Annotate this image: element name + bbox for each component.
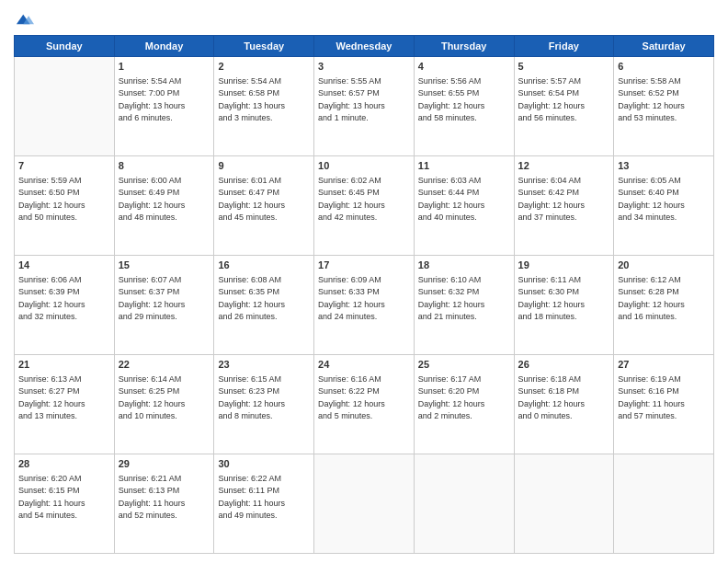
day-number: 15: [119, 259, 210, 273]
day-info: Sunrise: 6:14 AM Sunset: 6:25 PM Dayligh…: [119, 373, 210, 423]
day-number: 28: [18, 457, 110, 472]
day-number: 19: [518, 259, 610, 273]
day-info: Sunrise: 6:00 AM Sunset: 6:49 PM Dayligh…: [119, 175, 210, 224]
calendar-table: SundayMondayTuesdayWednesdayThursdayFrid…: [14, 35, 714, 554]
day-number: 26: [518, 358, 610, 373]
day-info: Sunrise: 6:20 AM Sunset: 6:15 PM Dayligh…: [18, 473, 110, 523]
day-number: 27: [618, 358, 710, 373]
day-number: 5: [518, 60, 610, 75]
day-number: 14: [18, 259, 110, 273]
calendar-cell: [15, 57, 115, 156]
calendar-cell: 13Sunrise: 6:05 AM Sunset: 6:40 PM Dayli…: [614, 156, 714, 256]
day-info: Sunrise: 6:12 AM Sunset: 6:28 PM Dayligh…: [618, 274, 710, 324]
weekday-header: Tuesday: [214, 36, 314, 57]
weekday-header: Wednesday: [314, 36, 415, 57]
calendar-cell: 19Sunrise: 6:11 AM Sunset: 6:30 PM Dayli…: [514, 256, 614, 355]
day-number: 8: [119, 159, 210, 174]
day-number: 16: [218, 259, 310, 273]
day-number: 1: [119, 60, 210, 75]
calendar-cell: 20Sunrise: 6:12 AM Sunset: 6:28 PM Dayli…: [614, 256, 714, 355]
calendar-cell: 17Sunrise: 6:09 AM Sunset: 6:33 PM Dayli…: [314, 256, 415, 355]
day-info: Sunrise: 6:09 AM Sunset: 6:33 PM Dayligh…: [318, 274, 410, 324]
calendar-week-row: 28Sunrise: 6:20 AM Sunset: 6:15 PM Dayli…: [15, 454, 714, 554]
weekday-header: Monday: [114, 36, 214, 57]
day-number: 4: [418, 60, 510, 75]
calendar-cell: 28Sunrise: 6:20 AM Sunset: 6:15 PM Dayli…: [15, 454, 115, 554]
calendar-cell: 18Sunrise: 6:10 AM Sunset: 6:32 PM Dayli…: [414, 256, 514, 355]
calendar-week-row: 21Sunrise: 6:13 AM Sunset: 6:27 PM Dayli…: [15, 355, 714, 454]
day-info: Sunrise: 6:04 AM Sunset: 6:42 PM Dayligh…: [518, 175, 610, 224]
day-info: Sunrise: 6:08 AM Sunset: 6:35 PM Dayligh…: [218, 274, 310, 324]
calendar-cell: 16Sunrise: 6:08 AM Sunset: 6:35 PM Dayli…: [214, 256, 314, 355]
day-number: 22: [119, 358, 210, 373]
day-number: 2: [218, 60, 310, 75]
day-number: 12: [518, 159, 610, 174]
weekday-header: Sunday: [15, 36, 115, 57]
calendar-cell: 22Sunrise: 6:14 AM Sunset: 6:25 PM Dayli…: [114, 355, 214, 454]
weekday-header: Saturday: [614, 36, 714, 57]
calendar-cell: [414, 454, 514, 554]
weekday-header: Friday: [514, 36, 614, 57]
calendar-cell: 21Sunrise: 6:13 AM Sunset: 6:27 PM Dayli…: [15, 355, 115, 454]
calendar-cell: 11Sunrise: 6:03 AM Sunset: 6:44 PM Dayli…: [414, 156, 514, 256]
calendar-cell: [614, 454, 714, 554]
header: [14, 9, 714, 29]
day-number: 29: [119, 457, 210, 472]
day-info: Sunrise: 6:21 AM Sunset: 6:13 PM Dayligh…: [119, 473, 210, 523]
day-info: Sunrise: 6:03 AM Sunset: 6:44 PM Dayligh…: [418, 175, 510, 224]
day-number: 13: [618, 159, 710, 174]
calendar-cell: 30Sunrise: 6:22 AM Sunset: 6:11 PM Dayli…: [214, 454, 314, 554]
day-info: Sunrise: 5:55 AM Sunset: 6:57 PM Dayligh…: [318, 75, 410, 125]
day-info: Sunrise: 6:05 AM Sunset: 6:40 PM Dayligh…: [618, 175, 710, 224]
day-number: 18: [418, 259, 510, 273]
day-info: Sunrise: 6:07 AM Sunset: 6:37 PM Dayligh…: [119, 274, 210, 324]
calendar-cell: 27Sunrise: 6:19 AM Sunset: 6:16 PM Dayli…: [614, 355, 714, 454]
calendar-cell: 8Sunrise: 6:00 AM Sunset: 6:49 PM Daylig…: [114, 156, 214, 256]
day-number: 6: [618, 60, 710, 75]
calendar-cell: 26Sunrise: 6:18 AM Sunset: 6:18 PM Dayli…: [514, 355, 614, 454]
weekday-header-row: SundayMondayTuesdayWednesdayThursdayFrid…: [15, 36, 714, 57]
calendar-week-row: 7Sunrise: 5:59 AM Sunset: 6:50 PM Daylig…: [15, 156, 714, 256]
weekday-header: Thursday: [414, 36, 514, 57]
day-info: Sunrise: 5:54 AM Sunset: 6:58 PM Dayligh…: [218, 75, 310, 125]
calendar-cell: 15Sunrise: 6:07 AM Sunset: 6:37 PM Dayli…: [114, 256, 214, 355]
day-number: 3: [318, 60, 410, 75]
day-info: Sunrise: 6:06 AM Sunset: 6:39 PM Dayligh…: [18, 274, 110, 324]
day-info: Sunrise: 6:13 AM Sunset: 6:27 PM Dayligh…: [18, 373, 110, 423]
calendar-week-row: 1Sunrise: 5:54 AM Sunset: 7:00 PM Daylig…: [15, 57, 714, 156]
day-number: 17: [318, 259, 410, 273]
calendar-cell: 6Sunrise: 5:58 AM Sunset: 6:52 PM Daylig…: [614, 57, 714, 156]
day-info: Sunrise: 5:59 AM Sunset: 6:50 PM Dayligh…: [18, 175, 110, 224]
day-info: Sunrise: 6:16 AM Sunset: 6:22 PM Dayligh…: [318, 373, 410, 423]
calendar-cell: 14Sunrise: 6:06 AM Sunset: 6:39 PM Dayli…: [15, 256, 115, 355]
day-info: Sunrise: 6:11 AM Sunset: 6:30 PM Dayligh…: [518, 274, 610, 324]
day-info: Sunrise: 6:01 AM Sunset: 6:47 PM Dayligh…: [218, 175, 310, 224]
day-info: Sunrise: 5:58 AM Sunset: 6:52 PM Dayligh…: [618, 75, 710, 125]
day-info: Sunrise: 6:18 AM Sunset: 6:18 PM Dayligh…: [518, 373, 610, 423]
calendar-cell: [514, 454, 614, 554]
day-info: Sunrise: 6:19 AM Sunset: 6:16 PM Dayligh…: [618, 373, 710, 423]
logo: [14, 9, 38, 29]
calendar-cell: 3Sunrise: 5:55 AM Sunset: 6:57 PM Daylig…: [314, 57, 415, 156]
day-info: Sunrise: 6:02 AM Sunset: 6:45 PM Dayligh…: [318, 175, 410, 224]
day-number: 10: [318, 159, 410, 174]
calendar-cell: 2Sunrise: 5:54 AM Sunset: 6:58 PM Daylig…: [214, 57, 314, 156]
day-info: Sunrise: 5:57 AM Sunset: 6:54 PM Dayligh…: [518, 75, 610, 125]
day-number: 24: [318, 358, 410, 373]
page: SundayMondayTuesdayWednesdayThursdayFrid…: [0, 0, 728, 563]
day-number: 21: [18, 358, 110, 373]
logo-icon: [14, 9, 34, 29]
calendar-header: SundayMondayTuesdayWednesdayThursdayFrid…: [15, 36, 714, 57]
day-number: 7: [18, 159, 110, 174]
calendar-cell: 24Sunrise: 6:16 AM Sunset: 6:22 PM Dayli…: [314, 355, 415, 454]
calendar-cell: 23Sunrise: 6:15 AM Sunset: 6:23 PM Dayli…: [214, 355, 314, 454]
calendar-cell: 4Sunrise: 5:56 AM Sunset: 6:55 PM Daylig…: [414, 57, 514, 156]
day-number: 9: [218, 159, 310, 174]
calendar-cell: 12Sunrise: 6:04 AM Sunset: 6:42 PM Dayli…: [514, 156, 614, 256]
calendar-cell: 5Sunrise: 5:57 AM Sunset: 6:54 PM Daylig…: [514, 57, 614, 156]
day-number: 23: [218, 358, 310, 373]
calendar-body: 1Sunrise: 5:54 AM Sunset: 7:00 PM Daylig…: [15, 57, 714, 554]
day-number: 25: [418, 358, 510, 373]
calendar-cell: 9Sunrise: 6:01 AM Sunset: 6:47 PM Daylig…: [214, 156, 314, 256]
day-info: Sunrise: 6:15 AM Sunset: 6:23 PM Dayligh…: [218, 373, 310, 423]
